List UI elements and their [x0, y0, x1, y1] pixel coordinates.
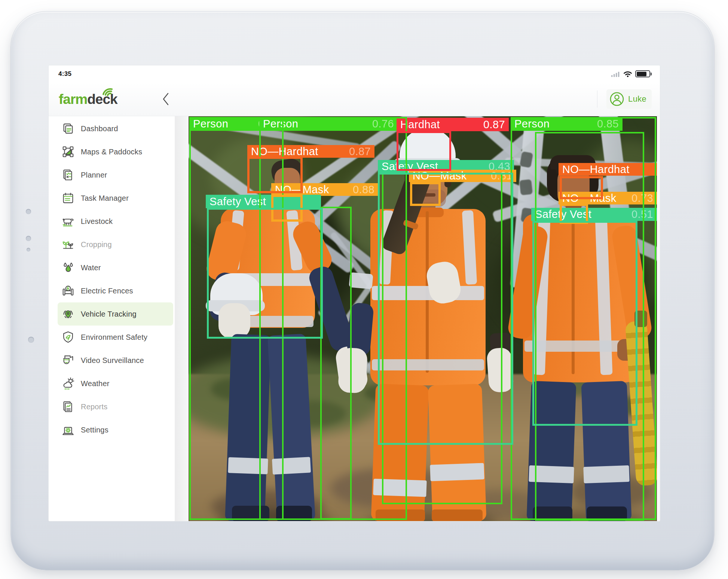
sidebar-item-label: Water [81, 264, 101, 272]
tablet-frame: 4:35 [10, 11, 715, 570]
detection-confidence: 0.87 [483, 119, 505, 130]
sidebar-item-label: Electric Fences [81, 287, 133, 295]
detection-box-hardhat-1 [397, 131, 451, 171]
dashboard-icon [61, 121, 75, 136]
sidebar-item-label: Environment Safety [81, 333, 147, 342]
bezel-dot [27, 248, 30, 252]
environment-icon [61, 330, 75, 344]
bezel-dot [28, 337, 34, 343]
detection-box-no-mask-2 [410, 182, 441, 206]
main-area: Person0.89Person0.76Person0.85NO—Hardhat… [175, 116, 660, 521]
chevron-left-icon [162, 92, 169, 106]
sidebar-item-label: Planner [81, 171, 107, 179]
cellular-signal-icon [611, 71, 620, 77]
sidebar-item-cropping[interactable]: Cropping [49, 233, 175, 256]
detection-camera-image: Person0.89Person0.76Person0.85NO—Hardhat… [189, 116, 657, 521]
wifi-icon [623, 71, 632, 77]
battery-icon [635, 70, 650, 77]
sidebar-item-electric-fences[interactable]: Electric Fences [49, 279, 175, 302]
vehicle-icon [61, 307, 75, 321]
detection-box-safety-vest-3 [532, 221, 637, 426]
app-header: farmdeck [49, 82, 660, 116]
sidebar-item-label: Dashboard [81, 124, 118, 133]
back-button[interactable] [161, 92, 171, 107]
sidebar-item-task-manager[interactable]: Task Manager [49, 187, 175, 210]
detection-box-extra-1 [320, 207, 352, 520]
detection-box-safety-vest-2 [378, 173, 513, 445]
detection-label-hardhat-1: Hardhat0.87 [397, 118, 509, 131]
planner-icon [61, 168, 75, 182]
sidebar-item-label: Video Surveillance [81, 356, 144, 365]
reports-icon [61, 400, 75, 414]
detection-box-no-hardhat-3 [560, 176, 603, 199]
fences-icon [61, 284, 75, 298]
sidebar-item-label: Task Manager [81, 194, 129, 203]
bezel-dot [26, 209, 31, 214]
sidebar-item-dashboard[interactable]: Dashboard [49, 117, 175, 140]
sidebar-item-water[interactable]: Water [49, 256, 175, 279]
detection-box-no-hardhat-1 [247, 157, 303, 193]
tasks-icon [61, 191, 75, 205]
settings-icon [61, 423, 75, 437]
video-icon [61, 353, 75, 367]
water-icon [61, 261, 75, 275]
content: DashboardMaps & PaddocksPlannerTask Mana… [49, 116, 660, 521]
detection-box-safety-vest-1 [207, 208, 323, 339]
user-avatar-icon [609, 92, 624, 107]
user-menu[interactable]: Luke [606, 89, 652, 109]
sidebar-item-label: Weather [81, 379, 110, 388]
sidebar-item-maps-paddocks[interactable]: Maps & Paddocks [49, 140, 175, 163]
cropping-icon [61, 237, 75, 252]
photo-shape [432, 509, 483, 521]
sidebar: DashboardMaps & PaddocksPlannerTask Mana… [49, 116, 175, 521]
status-bar: 4:35 [49, 65, 660, 82]
sidebar-item-label: Livestock [81, 217, 113, 226]
sidebar-item-environment-safety[interactable]: Environment Safety [49, 326, 175, 349]
header-right: Luke [597, 82, 660, 116]
page: 4:35 [0, 0, 728, 579]
sidebar-item-weather[interactable]: Weather [49, 372, 175, 395]
sidebar-item-label: Maps & Paddocks [81, 148, 142, 156]
sidebar-item-livestock[interactable]: Livestock [49, 210, 175, 233]
sidebar-item-reports[interactable]: Reports [49, 395, 175, 418]
app-logo: farmdeck [59, 92, 117, 106]
sidebar-item-label: Cropping [81, 240, 112, 249]
status-time: 4:35 [58, 70, 71, 78]
sidebar-item-label: Reports [81, 403, 107, 411]
sidebar-item-planner[interactable]: Planner [49, 163, 175, 187]
sidebar-item-video-surveillance[interactable]: Video Surveillance [49, 349, 175, 372]
logo-farm: farm [59, 92, 87, 107]
maps-icon [61, 145, 75, 159]
header-divider [597, 90, 597, 108]
sidebar-item-settings[interactable]: Settings [49, 418, 175, 441]
bezel-dot [26, 236, 31, 241]
weather-icon [61, 376, 75, 391]
livestock-icon [61, 214, 75, 228]
status-icons [611, 70, 650, 77]
screen: 4:35 [48, 65, 660, 521]
sidebar-item-vehicle-tracking[interactable]: Vehicle Tracking [58, 302, 173, 326]
sidebar-item-label: Vehicle Tracking [81, 310, 137, 318]
user-name: Luke [628, 94, 646, 104]
sidebar-item-label: Settings [81, 426, 108, 434]
